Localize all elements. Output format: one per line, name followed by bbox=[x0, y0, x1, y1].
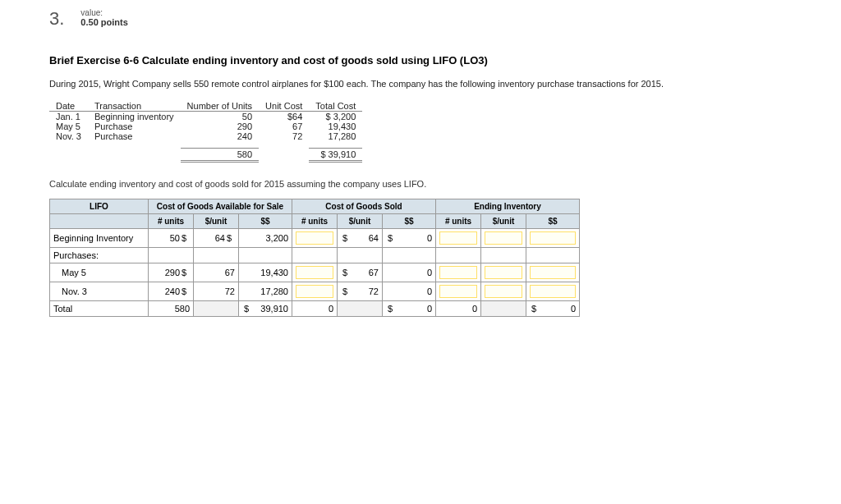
cogs-total: 0 bbox=[396, 304, 432, 314]
cogas-units: 50 bbox=[152, 233, 180, 243]
exercise-title: Brief Exercise 6-6 Calculate ending inve… bbox=[49, 54, 792, 66]
sub-dollars: $$ bbox=[526, 214, 580, 229]
points-value: 0.50 points bbox=[80, 17, 127, 27]
row-nov3: Nov. 3 240$ 72 17,280 $72 0 bbox=[50, 282, 580, 301]
total-cost: $ 39,910 bbox=[309, 149, 362, 162]
cell-units: 240 bbox=[181, 131, 259, 141]
header-ending: Ending Inventory bbox=[436, 199, 580, 214]
end-ucost-input[interactable] bbox=[485, 266, 522, 279]
sub-unit-cost: $/unit bbox=[194, 214, 239, 229]
cell-units: 290 bbox=[181, 121, 259, 131]
row-label: May 5 bbox=[50, 263, 149, 282]
cell-ucost: $64 bbox=[259, 112, 309, 122]
lifo-worksheet-table: LIFO Cost of Goods Available for Sale Co… bbox=[49, 199, 580, 317]
cell-total: $ 3,200 bbox=[309, 112, 362, 122]
col-transaction: Transaction bbox=[88, 101, 181, 112]
cogas-ucost: 72 bbox=[194, 282, 239, 301]
sub-units: # units bbox=[436, 214, 481, 229]
row-label: Nov. 3 bbox=[50, 282, 149, 301]
cell-ucost: 67 bbox=[259, 121, 309, 131]
lifo-corner: LIFO bbox=[50, 199, 149, 214]
cell-txn: Beginning inventory bbox=[88, 112, 181, 122]
instruction-text: Calculate ending inventory and cost of g… bbox=[49, 179, 792, 189]
cogas-ucost: 67 bbox=[194, 263, 239, 282]
end-total-input[interactable] bbox=[530, 231, 576, 245]
row-label: Total bbox=[50, 301, 149, 317]
end-ucost-input[interactable] bbox=[485, 285, 522, 298]
question-number: 3. bbox=[49, 8, 64, 30]
sub-unit-cost: $/unit bbox=[481, 214, 526, 229]
cogas-total: 19,430 bbox=[239, 263, 292, 282]
end-units-input[interactable] bbox=[439, 266, 477, 279]
sub-unit-cost: $/unit bbox=[338, 214, 383, 229]
sub-dollars: $$ bbox=[383, 214, 436, 229]
cogas-total: 3,200 bbox=[239, 229, 292, 248]
cogs-units-input[interactable] bbox=[296, 231, 333, 245]
col-date: Date bbox=[49, 101, 88, 112]
end-ucost-input[interactable] bbox=[485, 231, 522, 245]
cogs-units-input[interactable] bbox=[296, 266, 333, 279]
row-may5: May 5 290$ 67 19,430 $67 0 bbox=[50, 263, 580, 282]
end-units-input[interactable] bbox=[439, 231, 477, 245]
row-purchases-header: Purchases: bbox=[50, 248, 580, 263]
sub-dollars: $$ bbox=[239, 214, 292, 229]
cogs-units: 0 bbox=[292, 301, 338, 317]
cogs-total: 0 bbox=[383, 282, 436, 301]
cell-units: 50 bbox=[181, 112, 259, 122]
cogas-units: 240 bbox=[152, 286, 180, 296]
cell-txn: Purchase bbox=[88, 131, 181, 141]
cell-total: 17,280 bbox=[309, 131, 362, 141]
header-cogas: Cost of Goods Available for Sale bbox=[149, 199, 292, 214]
cogas-ucost: 64 bbox=[197, 233, 225, 243]
cell-txn: Purchase bbox=[88, 121, 181, 131]
cell-date: Jan. 1 bbox=[49, 112, 88, 122]
cogs-units-input[interactable] bbox=[296, 285, 333, 298]
cell-date: Nov. 3 bbox=[49, 131, 88, 141]
col-unit-cost: Unit Cost bbox=[259, 101, 309, 112]
cogs-total: 0 bbox=[383, 263, 436, 282]
inv-totals-row: 580 $ 39,910 bbox=[49, 149, 362, 162]
cogas-units: 580 bbox=[149, 301, 194, 317]
sub-units: # units bbox=[292, 214, 338, 229]
cogas-total: 39,910 bbox=[252, 304, 288, 314]
inv-row: Nov. 3 Purchase 240 72 17,280 bbox=[49, 131, 362, 141]
cogas-total: 17,280 bbox=[239, 282, 292, 301]
value-label: value: bbox=[80, 8, 127, 17]
row-total: Total 580 $39,910 0 $0 0 $0 bbox=[50, 301, 580, 317]
cell-total: 19,430 bbox=[309, 121, 362, 131]
end-units: 0 bbox=[436, 301, 481, 317]
total-units: 580 bbox=[181, 149, 259, 162]
question-header: 3. value: 0.50 points bbox=[49, 8, 792, 30]
cogs-ucost: 64 bbox=[351, 233, 379, 243]
end-total-input[interactable] bbox=[530, 285, 576, 298]
end-total: 0 bbox=[540, 304, 576, 314]
cell-ucost: 72 bbox=[259, 131, 309, 141]
row-beginning-inventory: Beginning Inventory 50$ 64$ 3,200 $64 $0 bbox=[50, 229, 580, 248]
end-units-input[interactable] bbox=[439, 285, 477, 298]
col-total-cost: Total Cost bbox=[309, 101, 362, 112]
cogs-ucost: 67 bbox=[351, 268, 379, 277]
sub-units: # units bbox=[149, 214, 194, 229]
inv-row: May 5 Purchase 290 67 19,430 bbox=[49, 121, 362, 131]
cell-date: May 5 bbox=[49, 121, 88, 131]
header-cogs: Cost of Goods Sold bbox=[292, 199, 436, 214]
row-label: Purchases: bbox=[50, 248, 149, 263]
cogs-total: 0 bbox=[396, 233, 432, 243]
intro-text: During 2015, Wright Company sells 550 re… bbox=[49, 78, 792, 89]
row-label: Beginning Inventory bbox=[50, 229, 149, 248]
cogs-ucost: 72 bbox=[351, 286, 379, 296]
cogas-units: 290 bbox=[152, 268, 180, 277]
col-units: Number of Units bbox=[181, 101, 259, 112]
inv-row: Jan. 1 Beginning inventory 50 $64 $ 3,20… bbox=[49, 112, 362, 122]
inventory-transactions-table: Date Transaction Number of Units Unit Co… bbox=[49, 101, 362, 163]
end-total-input[interactable] bbox=[530, 266, 576, 279]
